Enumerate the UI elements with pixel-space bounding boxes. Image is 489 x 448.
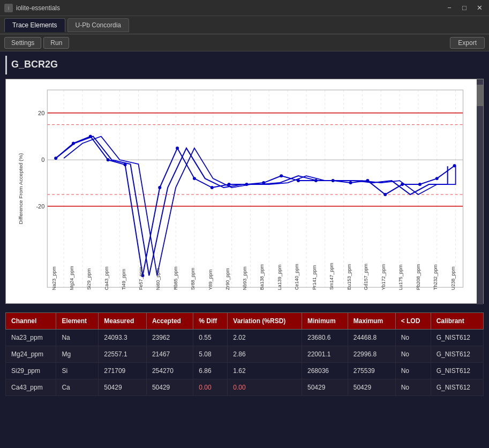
cell-variation: 0.00 [228,379,302,396]
svg-point-33 [54,156,57,160]
cell-minimum: 50429 [302,379,348,396]
cell-calibrant: G_NIST612 [431,330,483,346]
title-bar: i iolite-essentials − □ ✕ [0,0,489,16]
svg-text:Sr88_ppm: Sr88_ppm [190,268,195,290]
scrollbar-thumb[interactable] [477,85,483,106]
cell-lod: No [395,346,431,363]
toolbar-left: Settings Run [4,37,69,49]
svg-text:U238_ppm: U238_ppm [450,266,456,290]
svg-text:Ca43_ppm: Ca43_ppm [104,266,109,290]
cell-minimum: 22001.1 [302,346,348,363]
col-minimum: Minimum [302,313,348,330]
export-button[interactable]: Export [450,37,485,49]
svg-point-53 [401,183,404,186]
maximize-button[interactable]: □ [459,3,470,13]
table-row: Na23_ppm Na 24093.3 23962 0.55 2.02 2368… [6,330,484,346]
settings-button[interactable]: Settings [4,37,41,49]
main-content: G_BCR2G [0,51,489,448]
run-button[interactable]: Run [43,37,69,49]
chart-scrollbar[interactable] [477,79,483,304]
cell-measured: 22557.1 [99,346,147,363]
svg-text:Rb85_ppm: Rb85_ppm [173,266,178,290]
section-title: G_BCR2G [5,56,484,74]
cell-accepted: 50429 [146,379,193,396]
cell-variation: 2.86 [228,346,302,363]
svg-point-42 [210,186,214,189]
svg-point-56 [453,164,456,167]
data-table: Channel Element Measured Accepted % Diff… [5,312,484,396]
cell-accepted: 23962 [146,330,193,346]
svg-text:-20: -20 [36,203,44,210]
cell-element: Si [56,363,99,379]
cell-measured: 24093.3 [99,330,147,346]
svg-point-41 [193,177,196,180]
svg-text:Th232_ppm: Th232_ppm [433,264,438,290]
svg-point-50 [349,181,352,184]
table-row: Mg24_ppm Mg 22557.1 21467 5.08 2.86 2200… [6,346,484,363]
svg-point-52 [383,193,387,196]
svg-text:Sm147_ppm: Sm147_ppm [329,263,334,290]
minimize-button[interactable]: − [444,3,455,13]
table-header: Channel Element Measured Accepted % Diff… [6,313,484,330]
cell-maximum: 24468.8 [348,330,395,346]
svg-point-54 [418,183,422,186]
svg-point-44 [245,183,248,186]
svg-text:Yb172_ppm: Yb172_ppm [381,264,386,290]
table-body: Na23_ppm Na 24093.3 23962 0.55 2.02 2368… [6,330,484,396]
cell-element: Na [56,330,99,346]
cell-pctdiff: 6.86 [193,363,228,379]
svg-text:Si29_ppm: Si29_ppm [86,268,92,290]
cell-variation: 1.62 [228,363,302,379]
svg-point-51 [366,179,369,182]
chart-container: 20 0 -20 Difference From Accepted (%) [5,79,484,304]
cell-maximum: 22996.8 [348,346,395,363]
cell-measured: 50429 [99,379,147,396]
svg-text:Na23_ppm: Na23_ppm [51,266,57,290]
svg-text:Eu153_ppm: Eu153_ppm [347,264,352,290]
cell-minimum: 268036 [302,363,348,379]
svg-point-35 [89,135,92,138]
col-accepted: Accepted [146,313,193,330]
svg-text:20: 20 [38,110,44,116]
toolbar: Settings Run Export [0,34,489,51]
cell-minimum: 23680.6 [302,330,348,346]
app-title: iolite-essentials [16,4,60,12]
col-variation: Variation (%RSD) [228,313,302,330]
cell-calibrant: G_NIST612 [431,363,483,379]
svg-point-37 [124,163,127,166]
cell-element: Ca [56,379,99,396]
cell-maximum: 275539 [348,363,395,379]
cell-accepted: 21467 [146,346,193,363]
tab-upb-concordia[interactable]: U-Pb Concordia [67,18,129,32]
svg-text:0: 0 [41,156,44,163]
col-lod: < LOD [395,313,431,330]
cell-pctdiff: 0.55 [193,330,228,346]
title-bar-controls: − □ ✕ [444,3,485,13]
svg-text:Fe57_ppm: Fe57_ppm [138,267,144,290]
svg-point-40 [176,146,179,150]
col-element: Element [56,313,99,330]
svg-point-47 [297,179,300,182]
svg-text:Gd157_ppm: Gd157_ppm [363,264,368,290]
svg-text:Pr141_ppm: Pr141_ppm [312,265,317,290]
title-bar-left: i iolite-essentials [4,4,60,12]
svg-text:Y89_ppm: Y89_ppm [208,270,213,290]
svg-point-49 [332,179,335,182]
svg-point-48 [314,179,318,182]
cell-lod: No [395,330,431,346]
svg-text:Lu175_ppm: Lu175_ppm [398,265,403,290]
svg-text:Ba138_ppm: Ba138_ppm [259,264,265,290]
col-measured: Measured [99,313,147,330]
cell-calibrant: G_NIST612 [431,346,483,363]
svg-text:Ti49_ppm: Ti49_ppm [121,269,126,290]
tab-trace-elements[interactable]: Trace Elements [4,18,65,32]
svg-text:Difference From Accepted (%): Difference From Accepted (%) [18,153,24,225]
table-row: Si29_ppm Si 271709 254270 6.86 1.62 2680… [6,363,484,379]
close-button[interactable]: ✕ [474,3,485,13]
col-pctdiff: % Diff [193,313,228,330]
cell-lod: No [395,363,431,379]
table-row: Ca43_ppm Ca 50429 50429 0.00 0.00 50429 … [6,379,484,396]
tab-bar: Trace Elements U-Pb Concordia [0,16,489,34]
cell-channel: Ca43_ppm [6,379,56,396]
cell-measured: 271709 [99,363,147,379]
